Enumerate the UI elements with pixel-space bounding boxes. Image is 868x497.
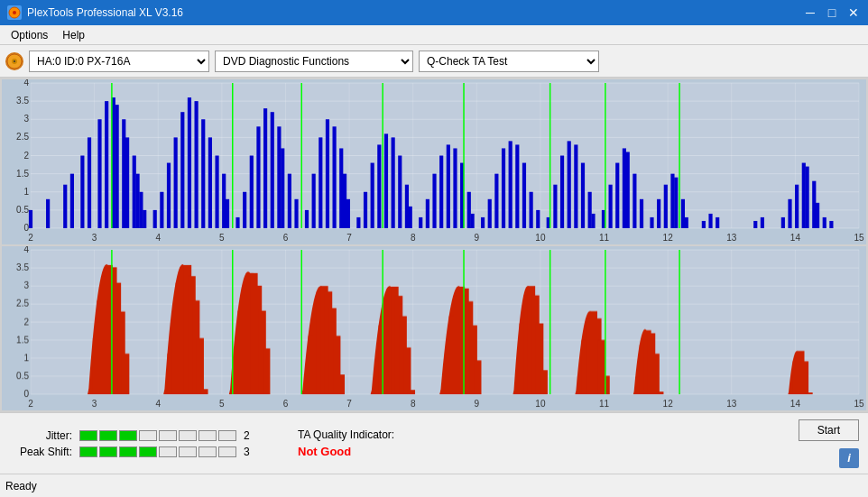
bar-segment: [79, 430, 97, 441]
bar-segment: [179, 430, 197, 441]
bar-segment: [99, 446, 117, 457]
device-icon: [5, 52, 23, 70]
bar-segment: [179, 446, 197, 457]
ta-quality-value: Not Good: [298, 445, 394, 458]
svg-point-4: [14, 60, 15, 62]
menubar: Options Help: [0, 25, 868, 45]
function-select[interactable]: DVD Diagnostic Functions: [215, 51, 413, 72]
svg-point-1: [13, 11, 16, 14]
jitter-bar: [79, 430, 236, 441]
info-button[interactable]: i: [839, 448, 859, 468]
menu-help[interactable]: Help: [55, 27, 92, 43]
titlebar: PlexTools Professional XL V3.16 ─ □ ✕: [0, 0, 868, 25]
peak-shift-label: Peak Shift:: [9, 446, 72, 458]
bar-segment: [159, 446, 177, 457]
top-chart-canvas: [2, 79, 866, 244]
titlebar-controls: ─ □ ✕: [803, 5, 861, 20]
bar-segment: [218, 430, 236, 441]
start-button[interactable]: Start: [799, 419, 859, 441]
peak-shift-value: 3: [244, 446, 262, 458]
bottom-panel: Jitter: 2 Peak Shift: 3 TA Quality Indic…: [0, 412, 868, 474]
jitter-label: Jitter:: [9, 429, 72, 442]
device-select[interactable]: HA:0 ID:0 PX-716A: [29, 51, 209, 72]
bar-segment: [119, 430, 137, 441]
jitter-row: Jitter: 2: [9, 429, 262, 442]
action-buttons: Start i: [799, 419, 859, 468]
menu-options[interactable]: Options: [4, 27, 55, 43]
test-select[interactable]: Q-Check TA Test: [419, 51, 599, 72]
bottom-chart-canvas: [2, 246, 866, 411]
top-chart: [2, 79, 866, 244]
bar-segment: [119, 446, 137, 457]
statusbar: Ready: [0, 474, 868, 497]
peak-shift-bar: [79, 446, 236, 457]
maximize-button[interactable]: □: [825, 5, 839, 20]
charts-area: [0, 78, 868, 412]
ta-quality-label: TA Quality Indicator:: [298, 428, 394, 441]
titlebar-left: PlexTools Professional XL V3.16: [7, 5, 183, 20]
toolbar: HA:0 ID:0 PX-716A DVD Diagnostic Functio…: [0, 45, 868, 78]
bar-segment: [159, 430, 177, 441]
status-text: Ready: [5, 480, 37, 492]
bar-segment: [79, 446, 97, 457]
peak-shift-row: Peak Shift: 3: [9, 446, 262, 458]
jitter-value: 2: [244, 429, 262, 442]
bottom-chart: [2, 246, 866, 411]
close-button[interactable]: ✕: [846, 5, 861, 20]
bar-segment: [218, 446, 236, 457]
minimize-button[interactable]: ─: [803, 5, 817, 20]
app-icon: [7, 5, 22, 20]
ta-quality-group: TA Quality Indicator: Not Good: [298, 428, 394, 458]
metrics-group: Jitter: 2 Peak Shift: 3: [9, 429, 262, 458]
bar-segment: [99, 430, 117, 441]
bar-segment: [139, 446, 157, 457]
bar-segment: [139, 430, 157, 441]
bar-segment: [199, 446, 217, 457]
bar-segment: [199, 430, 217, 441]
app-title: PlexTools Professional XL V3.16: [27, 6, 183, 19]
